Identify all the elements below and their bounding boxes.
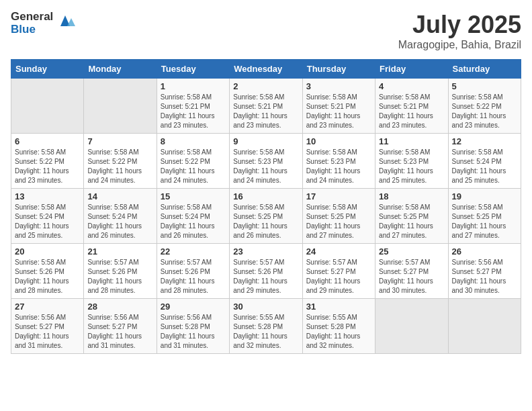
day-info: Sunrise: 5:58 AM Sunset: 5:22 PM Dayligh… (15, 148, 80, 185)
day-info: Sunrise: 5:58 AM Sunset: 5:21 PM Dayligh… (233, 93, 298, 130)
day-info: Sunrise: 5:56 AM Sunset: 5:27 PM Dayligh… (452, 258, 517, 295)
day-number: 31 (306, 302, 371, 312)
day-info: Sunrise: 5:58 AM Sunset: 5:21 PM Dayligh… (161, 93, 226, 130)
day-info: Sunrise: 5:57 AM Sunset: 5:26 PM Dayligh… (161, 258, 226, 295)
day-number: 26 (452, 246, 517, 257)
day-number: 19 (452, 191, 517, 201)
day-number: 29 (161, 302, 226, 312)
day-number: 16 (233, 191, 298, 201)
calendar-cell: 11Sunrise: 5:58 AM Sunset: 5:23 PM Dayli… (375, 134, 448, 189)
calendar-week-row: 1Sunrise: 5:58 AM Sunset: 5:21 PM Daylig… (11, 79, 521, 134)
day-number: 12 (452, 136, 517, 146)
day-info: Sunrise: 5:57 AM Sunset: 5:27 PM Dayligh… (306, 258, 371, 295)
day-number: 20 (15, 246, 80, 257)
day-number: 2 (233, 81, 298, 91)
calendar-cell: 17Sunrise: 5:58 AM Sunset: 5:25 PM Dayli… (302, 189, 375, 244)
day-number: 18 (379, 191, 444, 201)
day-number: 17 (306, 191, 371, 201)
calendar-cell: 22Sunrise: 5:57 AM Sunset: 5:26 PM Dayli… (157, 244, 229, 299)
day-number: 13 (15, 191, 80, 201)
calendar-header-row: SundayMondayTuesdayWednesdayThursdayFrid… (11, 60, 521, 79)
day-number: 30 (233, 302, 298, 312)
day-number: 23 (233, 246, 298, 257)
calendar-cell: 14Sunrise: 5:58 AM Sunset: 5:24 PM Dayli… (84, 189, 157, 244)
calendar-cell: 23Sunrise: 5:57 AM Sunset: 5:26 PM Dayli… (230, 244, 302, 299)
day-info: Sunrise: 5:58 AM Sunset: 5:22 PM Dayligh… (452, 93, 517, 130)
col-header-sunday: Sunday (11, 60, 84, 79)
day-number: 9 (233, 136, 298, 146)
calendar-cell: 9Sunrise: 5:58 AM Sunset: 5:23 PM Daylig… (230, 134, 302, 189)
day-info: Sunrise: 5:58 AM Sunset: 5:22 PM Dayligh… (87, 148, 152, 185)
day-number: 28 (87, 302, 152, 312)
day-number: 3 (306, 81, 371, 91)
day-number: 5 (452, 81, 517, 91)
calendar-cell (11, 79, 84, 134)
day-info: Sunrise: 5:58 AM Sunset: 5:21 PM Dayligh… (379, 93, 444, 130)
calendar-cell: 6Sunrise: 5:58 AM Sunset: 5:22 PM Daylig… (11, 134, 84, 189)
day-info: Sunrise: 5:57 AM Sunset: 5:27 PM Dayligh… (379, 258, 444, 295)
col-header-friday: Friday (375, 60, 448, 79)
calendar-cell: 21Sunrise: 5:57 AM Sunset: 5:26 PM Dayli… (84, 244, 157, 299)
logo-icon (55, 11, 75, 32)
day-info: Sunrise: 5:58 AM Sunset: 5:25 PM Dayligh… (233, 203, 298, 240)
day-info: Sunrise: 5:58 AM Sunset: 5:24 PM Dayligh… (452, 148, 517, 185)
day-number: 7 (87, 136, 152, 146)
calendar-cell: 1Sunrise: 5:58 AM Sunset: 5:21 PM Daylig… (157, 79, 229, 134)
calendar-cell: 15Sunrise: 5:58 AM Sunset: 5:24 PM Dayli… (157, 189, 229, 244)
day-info: Sunrise: 5:58 AM Sunset: 5:23 PM Dayligh… (233, 148, 298, 185)
month-year: July 2025 (398, 11, 521, 39)
calendar-cell (448, 299, 521, 354)
col-header-monday: Monday (84, 60, 157, 79)
calendar-cell: 31Sunrise: 5:55 AM Sunset: 5:28 PM Dayli… (302, 299, 375, 354)
day-info: Sunrise: 5:55 AM Sunset: 5:28 PM Dayligh… (306, 313, 371, 351)
calendar-cell: 24Sunrise: 5:57 AM Sunset: 5:27 PM Dayli… (302, 244, 375, 299)
day-info: Sunrise: 5:56 AM Sunset: 5:27 PM Dayligh… (87, 313, 152, 351)
col-header-thursday: Thursday (302, 60, 375, 79)
col-header-tuesday: Tuesday (157, 60, 229, 79)
calendar-cell (375, 299, 448, 354)
title-section: July 2025 Maragogipe, Bahia, Brazil (398, 11, 521, 51)
calendar-cell: 29Sunrise: 5:56 AM Sunset: 5:28 PM Dayli… (157, 299, 229, 354)
calendar-cell: 10Sunrise: 5:58 AM Sunset: 5:23 PM Dayli… (302, 134, 375, 189)
calendar-cell: 2Sunrise: 5:58 AM Sunset: 5:21 PM Daylig… (230, 79, 302, 134)
day-number: 27 (15, 302, 80, 312)
calendar-cell: 5Sunrise: 5:58 AM Sunset: 5:22 PM Daylig… (448, 79, 521, 134)
day-info: Sunrise: 5:57 AM Sunset: 5:26 PM Dayligh… (87, 258, 152, 295)
calendar-cell: 26Sunrise: 5:56 AM Sunset: 5:27 PM Dayli… (448, 244, 521, 299)
calendar-week-row: 27Sunrise: 5:56 AM Sunset: 5:27 PM Dayli… (11, 299, 521, 354)
calendar-cell: 19Sunrise: 5:58 AM Sunset: 5:25 PM Dayli… (448, 189, 521, 244)
calendar-cell: 27Sunrise: 5:56 AM Sunset: 5:27 PM Dayli… (11, 299, 84, 354)
day-number: 21 (87, 246, 152, 257)
calendar-cell (84, 79, 157, 134)
logo: General Blue (11, 11, 75, 36)
calendar-week-row: 13Sunrise: 5:58 AM Sunset: 5:24 PM Dayli… (11, 189, 521, 244)
calendar-cell: 28Sunrise: 5:56 AM Sunset: 5:27 PM Dayli… (84, 299, 157, 354)
location: Maragogipe, Bahia, Brazil (398, 39, 521, 51)
day-info: Sunrise: 5:58 AM Sunset: 5:25 PM Dayligh… (452, 203, 517, 240)
day-number: 1 (161, 81, 226, 91)
calendar-cell: 13Sunrise: 5:58 AM Sunset: 5:24 PM Dayli… (11, 189, 84, 244)
logo-blue: Blue (11, 24, 53, 36)
day-info: Sunrise: 5:58 AM Sunset: 5:24 PM Dayligh… (161, 203, 226, 240)
day-number: 11 (379, 136, 444, 146)
day-number: 14 (87, 191, 152, 201)
calendar-week-row: 6Sunrise: 5:58 AM Sunset: 5:22 PM Daylig… (11, 134, 521, 189)
calendar-table: SundayMondayTuesdayWednesdayThursdayFrid… (11, 59, 521, 354)
calendar-week-row: 20Sunrise: 5:58 AM Sunset: 5:26 PM Dayli… (11, 244, 521, 299)
day-info: Sunrise: 5:58 AM Sunset: 5:23 PM Dayligh… (306, 148, 371, 185)
day-info: Sunrise: 5:56 AM Sunset: 5:28 PM Dayligh… (161, 313, 226, 351)
logo-general: General (11, 11, 53, 24)
col-header-saturday: Saturday (448, 60, 521, 79)
day-info: Sunrise: 5:55 AM Sunset: 5:28 PM Dayligh… (233, 313, 298, 351)
day-info: Sunrise: 5:58 AM Sunset: 5:25 PM Dayligh… (306, 203, 371, 240)
day-info: Sunrise: 5:58 AM Sunset: 5:21 PM Dayligh… (306, 93, 371, 130)
day-info: Sunrise: 5:58 AM Sunset: 5:22 PM Dayligh… (161, 148, 226, 185)
calendar-cell: 30Sunrise: 5:55 AM Sunset: 5:28 PM Dayli… (230, 299, 302, 354)
day-info: Sunrise: 5:58 AM Sunset: 5:23 PM Dayligh… (379, 148, 444, 185)
calendar-cell: 3Sunrise: 5:58 AM Sunset: 5:21 PM Daylig… (302, 79, 375, 134)
svg-marker-1 (67, 18, 75, 26)
day-info: Sunrise: 5:57 AM Sunset: 5:26 PM Dayligh… (233, 258, 298, 295)
calendar-cell: 12Sunrise: 5:58 AM Sunset: 5:24 PM Dayli… (448, 134, 521, 189)
calendar-cell: 25Sunrise: 5:57 AM Sunset: 5:27 PM Dayli… (375, 244, 448, 299)
day-info: Sunrise: 5:58 AM Sunset: 5:25 PM Dayligh… (379, 203, 444, 240)
